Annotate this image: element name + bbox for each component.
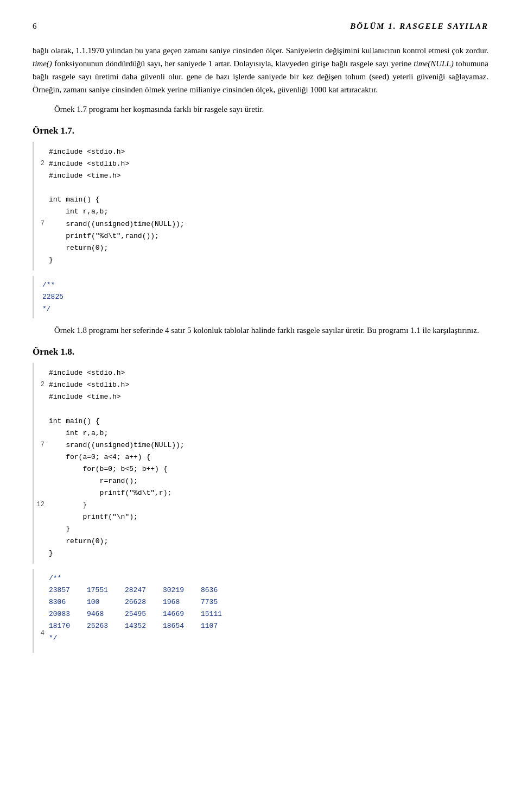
- code-text: printf("\n");: [49, 511, 138, 523]
- line-num: 7: [34, 218, 49, 229]
- output-cell: 100: [87, 596, 125, 608]
- output-cell: 7735: [201, 596, 239, 608]
- code-text: [49, 182, 53, 194]
- output-cell: 14352: [125, 620, 163, 632]
- line-num: 12: [34, 499, 49, 510]
- output-comment-end: */: [42, 303, 488, 315]
- p3-text: Örnek 1.8 programı her seferinde 4 satır…: [54, 326, 479, 335]
- code-line: for(b=0; b<5; b++) {: [34, 463, 488, 475]
- output-value: 22825: [42, 291, 488, 303]
- code-line: 7 srand((unsigned)time(NULL));: [34, 218, 488, 230]
- output-cell: 9468: [87, 608, 125, 620]
- code-line: r=rand();: [34, 475, 488, 487]
- output-comment-start: /**: [49, 572, 239, 584]
- output-block-17: /** 22825 */: [33, 276, 488, 318]
- code-line: int r,a,b;: [34, 427, 488, 439]
- output-cell: 1968: [163, 596, 201, 608]
- output-cell: 30219: [163, 584, 201, 596]
- output-cell: 20083: [49, 608, 87, 620]
- page-title: BÖLÜM 1. RASGELE SAYILAR: [350, 22, 488, 31]
- code-text: int r,a,b;: [49, 206, 108, 218]
- output-cell: 26628: [125, 596, 163, 608]
- code-line: 2 #include <stdlib.h>: [34, 158, 488, 170]
- output-cell: 15111: [201, 608, 239, 620]
- code-text: }: [49, 254, 53, 266]
- code-text: #include <time.h>: [49, 391, 121, 403]
- output-18-content: /** 23857 17551 28247 30219 8636 8306 10…: [49, 572, 239, 645]
- code-line: }: [34, 547, 488, 559]
- p1-text: bağlı olarak, 1.1.1970 yılından bu yana …: [33, 46, 488, 94]
- line-num: 2: [34, 379, 49, 390]
- code-text: srand((unsigned)time(NULL));: [49, 439, 185, 451]
- code-block-18: #include <stdio.h> 2 #include <stdlib.h>…: [33, 363, 488, 564]
- paragraph-2: Örnek 1.7 programı her koşmasında farklı…: [33, 103, 488, 116]
- code-text: }: [49, 547, 53, 559]
- output-cell: 17551: [87, 584, 125, 596]
- code-text: printf("%d\t",rand());: [49, 230, 159, 242]
- output-table: 23857 17551 28247 30219 8636 8306 100 26…: [49, 584, 239, 632]
- code-line: [34, 182, 488, 194]
- code-line: int main() {: [34, 194, 488, 206]
- code-line: printf("%d\t",r);: [34, 487, 488, 499]
- output-cell: 8636: [201, 584, 239, 596]
- code-line: printf("\n");: [34, 511, 488, 523]
- code-line: 2 #include <stdlib.h>: [34, 379, 488, 391]
- code-text: int r,a,b;: [49, 427, 108, 439]
- code-text: }: [49, 499, 87, 511]
- code-line: [34, 404, 488, 416]
- code-text: int main() {: [49, 194, 100, 206]
- output-cell: 25263: [87, 620, 125, 632]
- code-line: }: [34, 254, 488, 266]
- output-cell: 28247: [125, 584, 163, 596]
- code-line: printf("%d\t",rand());: [34, 230, 488, 242]
- page-header: 6 BÖLÜM 1. RASGELE SAYILAR: [33, 22, 488, 31]
- code-text: #include <time.h>: [49, 170, 121, 182]
- code-line: #include <stdio.h>: [34, 367, 488, 379]
- output-comment-end: */: [49, 632, 239, 644]
- p2-text: Örnek 1.7 programı her koşmasında farklı…: [54, 105, 264, 114]
- output-cell: 18170: [49, 620, 87, 632]
- example-18-heading: Örnek 1.8.: [33, 347, 488, 357]
- code-text: int main() {: [49, 416, 100, 427]
- paragraph-3: Örnek 1.8 programı her seferinde 4 satır…: [33, 324, 488, 337]
- code-text: return(0);: [49, 536, 108, 547]
- output-cell: 23857: [49, 584, 87, 596]
- code-text: #include <stdlib.h>: [49, 158, 129, 170]
- line-num: 2: [34, 158, 49, 169]
- code-text: #include <stdio.h>: [49, 367, 125, 379]
- code-line: }: [34, 523, 488, 535]
- code-block-17: #include <stdio.h> 2 #include <stdlib.h>…: [33, 142, 488, 270]
- code-text: }: [49, 523, 70, 535]
- line-num: 7: [34, 439, 49, 450]
- code-line: #include <time.h>: [34, 170, 488, 182]
- code-line: #include <stdio.h>: [34, 146, 488, 158]
- output-block-18: 4 /** 23857 17551 28247 30219 8636 8306 …: [33, 569, 488, 653]
- code-line: for(a=0; a<4; a++) {: [34, 451, 488, 463]
- code-line: int r,a,b;: [34, 206, 488, 218]
- output-18-line-nums: 4: [34, 572, 49, 650]
- code-line: int main() {: [34, 416, 488, 427]
- output-cell: 1107: [201, 620, 239, 632]
- output-cell: 25495: [125, 608, 163, 620]
- output-cell: 18654: [163, 620, 201, 632]
- output-comment-start: /**: [42, 279, 488, 291]
- code-text: for(a=0; a<4; a++) {: [49, 451, 150, 463]
- code-text: r=rand();: [49, 475, 138, 487]
- output-cell: 8306: [49, 596, 87, 608]
- code-text: #include <stdio.h>: [49, 146, 125, 158]
- code-line: #include <time.h>: [34, 391, 488, 403]
- code-line: 7 srand((unsigned)time(NULL));: [34, 439, 488, 451]
- output-cell: 14669: [163, 608, 201, 620]
- paragraph-1: bağlı olarak, 1.1.1970 yılından bu yana …: [33, 44, 488, 96]
- code-line: return(0);: [34, 536, 488, 547]
- code-line: 12 }: [34, 499, 488, 511]
- code-text: return(0);: [49, 242, 108, 254]
- code-text: #include <stdlib.h>: [49, 379, 129, 391]
- code-text: printf("%d\t",r);: [49, 487, 171, 499]
- code-line: return(0);: [34, 242, 488, 254]
- page-number: 6: [33, 22, 37, 31]
- code-text: srand((unsigned)time(NULL));: [49, 218, 185, 230]
- code-text: [49, 404, 53, 416]
- example-17-heading: Örnek 1.7.: [33, 125, 488, 136]
- code-text: for(b=0; b<5; b++) {: [49, 463, 167, 475]
